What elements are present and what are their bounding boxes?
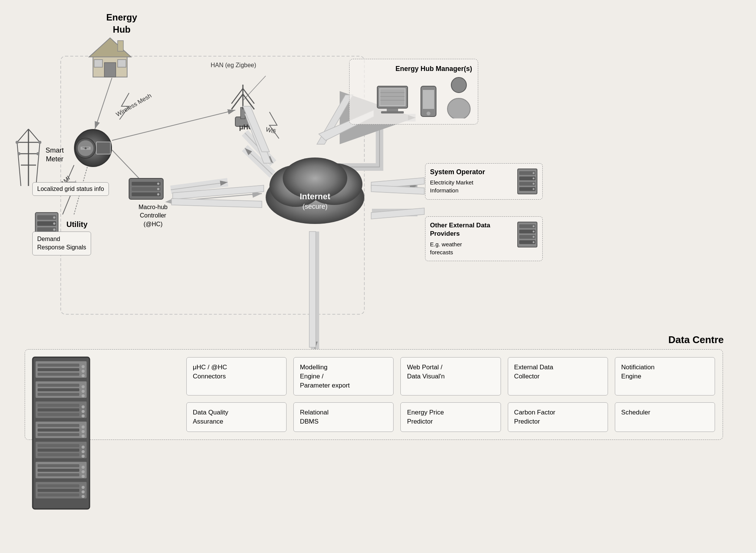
svg-point-34 <box>36 152 39 155</box>
svg-point-84 <box>447 98 470 118</box>
mobile-phone-icon <box>419 84 438 118</box>
smart-meter-icon <box>74 129 112 167</box>
smart-meter-label: Smart Meter <box>46 146 64 164</box>
diagram-container: Energy Hub Smart Meter <box>0 0 756 553</box>
svg-point-136 <box>82 446 85 449</box>
svg-point-39 <box>53 216 55 219</box>
svg-rect-134 <box>38 449 79 452</box>
svg-marker-70 <box>371 185 424 194</box>
svg-point-91 <box>533 178 535 180</box>
svg-point-129 <box>82 425 85 429</box>
svg-point-123 <box>82 410 85 413</box>
svg-rect-148 <box>38 489 79 492</box>
svg-point-101 <box>533 236 535 238</box>
dc-row1: μHC / @HC Connectors Modelling Engine / … <box>186 357 715 395</box>
svg-point-116 <box>82 390 85 393</box>
svg-line-30 <box>36 142 40 186</box>
svg-point-41 <box>53 228 55 231</box>
macro-hub-label: Macro-hub Controller (@HC) <box>139 203 167 228</box>
data-centre-container: μHC / @HC Connectors Modelling Engine / … <box>25 349 723 440</box>
svg-marker-65 <box>173 185 264 199</box>
system-operator-server-icon <box>517 168 538 195</box>
svg-rect-15 <box>118 60 126 67</box>
svg-marker-12 <box>89 38 131 57</box>
svg-marker-69 <box>309 232 316 347</box>
external-data-server-icon <box>517 221 538 248</box>
dc-module-carbon-factor: Carbon Factor Predictor <box>508 402 608 432</box>
energy-hub-manager-box: Energy Hub Manager(s) <box>349 59 478 124</box>
system-operator-title: System Operator <box>430 168 538 176</box>
svg-rect-119 <box>38 404 79 407</box>
computer-monitor-icon <box>373 84 411 118</box>
utility-label: Utility <box>66 220 88 229</box>
svg-marker-67 <box>371 178 424 189</box>
svg-point-32 <box>38 141 41 144</box>
svg-point-55 <box>157 193 159 195</box>
svg-line-27 <box>17 129 28 142</box>
svg-rect-106 <box>38 368 79 371</box>
svg-point-54 <box>157 188 159 190</box>
svg-point-102 <box>533 241 535 243</box>
svg-rect-13 <box>104 63 116 77</box>
uhc-antenna-icon <box>224 83 262 130</box>
svg-rect-81 <box>423 90 434 109</box>
svg-marker-66 <box>172 199 262 208</box>
wifi-label: Wifi <box>265 126 276 135</box>
svg-point-145 <box>82 475 85 478</box>
svg-rect-141 <box>38 469 79 472</box>
svg-marker-62 <box>317 95 353 144</box>
svg-rect-105 <box>38 364 79 367</box>
dc-module-notification-engine: Notificiation Engine <box>615 357 715 395</box>
external-data-title: Other External Data Providers <box>430 221 538 238</box>
svg-point-130 <box>82 430 85 433</box>
svg-point-53 <box>157 183 159 185</box>
han-label: HAN (eg Zigbee) <box>211 62 256 69</box>
svg-point-115 <box>82 385 85 388</box>
svg-rect-142 <box>38 473 79 476</box>
svg-point-83 <box>451 77 466 93</box>
svg-point-144 <box>82 470 85 473</box>
house-icon <box>87 36 133 78</box>
svg-point-152 <box>82 495 85 498</box>
svg-point-109 <box>82 370 85 373</box>
svg-line-29 <box>17 142 21 186</box>
svg-rect-74 <box>387 108 398 111</box>
svg-rect-14 <box>94 60 102 67</box>
dc-module-uhc-connectors: μHC / @HC Connectors <box>186 357 287 395</box>
svg-point-82 <box>427 112 430 115</box>
svg-rect-51 <box>132 187 161 191</box>
svg-rect-76 <box>380 89 405 105</box>
ehm-title: Energy Hub Manager(s) <box>355 65 472 73</box>
macro-hub-icon <box>127 176 165 203</box>
svg-rect-75 <box>381 111 404 113</box>
svg-marker-68 <box>371 208 424 219</box>
dc-module-energy-price: Energy Price Predictor <box>400 402 501 432</box>
person-icon <box>446 77 472 118</box>
svg-point-99 <box>533 225 535 227</box>
svg-rect-50 <box>132 182 161 186</box>
svg-point-108 <box>82 365 85 368</box>
data-centre-title: Data Centre <box>668 334 724 346</box>
svg-rect-135 <box>38 453 79 456</box>
svg-point-90 <box>533 172 535 174</box>
svg-point-138 <box>82 455 85 458</box>
dc-module-modelling-engine: Modelling Engine / Parameter export <box>293 357 394 395</box>
svg-point-100 <box>533 231 535 233</box>
svg-rect-114 <box>38 393 79 396</box>
svg-rect-126 <box>38 424 79 427</box>
svg-text:Internet: Internet <box>300 192 331 201</box>
svg-point-92 <box>533 183 535 185</box>
dc-module-relational-dbms: Relational DBMS <box>293 402 394 432</box>
svg-line-28 <box>28 129 40 142</box>
svg-rect-147 <box>38 484 79 487</box>
dc-module-data-quality: Data Quality Assurance <box>186 402 287 432</box>
svg-rect-133 <box>38 444 79 447</box>
svg-rect-140 <box>38 464 79 467</box>
svg-point-150 <box>82 486 85 489</box>
svg-point-117 <box>82 394 85 397</box>
ehm-icons <box>355 77 472 118</box>
wifi-lightning <box>264 110 287 140</box>
svg-rect-16 <box>118 41 123 51</box>
svg-point-143 <box>82 466 85 469</box>
svg-rect-112 <box>38 384 79 387</box>
